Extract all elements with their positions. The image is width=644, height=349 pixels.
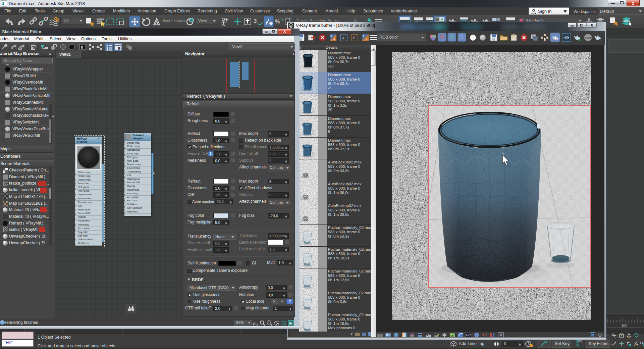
svg-text:-1: -1 xyxy=(611,333,613,336)
svg-text:A: A xyxy=(330,35,332,38)
svg-text:HSL: HSL xyxy=(410,333,415,335)
svg-text:3: 3 xyxy=(254,18,257,24)
svg-text:STOP: STOP xyxy=(585,36,592,39)
svg-text:LUT: LUT xyxy=(466,334,471,336)
svg-text:B: B xyxy=(366,38,367,41)
svg-text:A: A xyxy=(363,35,365,38)
svg-text:%: % xyxy=(275,19,280,24)
svg-text:B: B xyxy=(353,36,355,40)
svg-text:A: A xyxy=(342,36,345,40)
svg-text:i: i xyxy=(395,333,396,337)
svg-text:B: B xyxy=(333,38,335,41)
svg-text:0: 0 xyxy=(81,45,83,50)
